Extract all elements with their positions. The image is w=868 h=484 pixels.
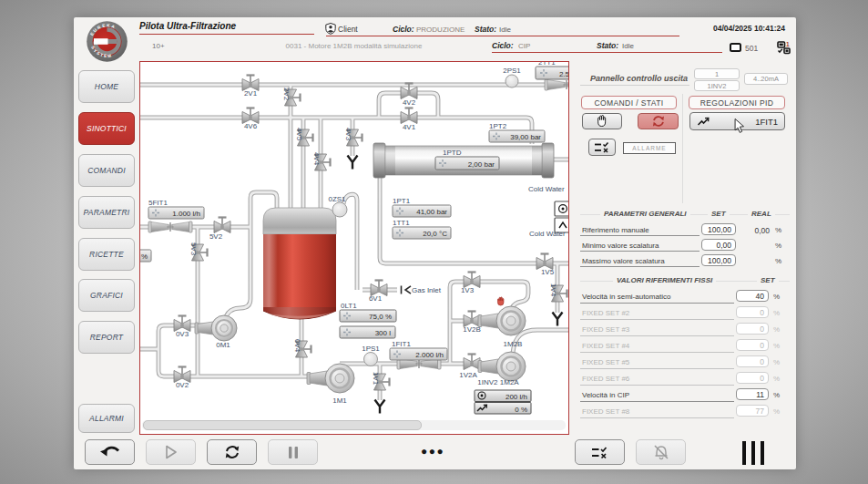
cold-water-fan-button[interactable] <box>555 201 569 216</box>
instr-2TT1-box[interactable]: 2.5 <box>536 67 569 79</box>
instr-1FIT1-label: 1FIT1 <box>392 340 411 348</box>
silence-alarm-button[interactable] <box>636 439 686 465</box>
pump-1M2B[interactable] <box>478 306 526 335</box>
sidebar-item-ricette[interactable]: RICETTE <box>78 238 135 271</box>
fixed-set-header: SET <box>757 276 779 284</box>
fixed-unit: % <box>773 375 780 383</box>
sidebar-item-report[interactable]: REPORT <box>78 321 135 354</box>
fixed-row-label: FIXED SET #6 <box>582 375 629 383</box>
fixed-row-line <box>580 401 734 402</box>
valve-4V6[interactable] <box>242 108 259 124</box>
synoptic-scrollbar-thumb[interactable] <box>143 420 422 430</box>
sidebar-item-home[interactable]: HOME <box>78 70 135 103</box>
panel-title-underline <box>580 85 689 86</box>
sensor-2PS1-label: 2PS1 <box>503 67 521 75</box>
valve-0V2[interactable] <box>174 367 190 383</box>
pump-1M1[interactable] <box>307 364 354 393</box>
valve-1V2A[interactable] <box>464 355 480 370</box>
sidebar-item-parametri[interactable]: PARAMETRI <box>78 196 135 229</box>
instr-1PT1-box[interactable]: 41,00 bar <box>393 205 451 217</box>
instr-0LT1-box[interactable]: 75,0 % <box>340 310 396 322</box>
instr-1PT2-box[interactable]: 39,00 bar <box>489 130 545 142</box>
valve-2V1[interactable] <box>242 76 259 91</box>
valve-4V5-label: 4V5 <box>295 128 303 141</box>
param-set-input[interactable]: 0,00 <box>701 239 736 251</box>
level-switch-0ZS1[interactable] <box>332 202 347 217</box>
instr-1TT1-box[interactable]: 20,0 °C <box>393 227 451 239</box>
fixed-set-input[interactable]: 77 <box>736 405 769 417</box>
sidebar-item-sinottici[interactable]: SINOTTICI <box>78 112 135 145</box>
valve-4V6-label: 4V6 <box>244 122 258 130</box>
instr-5FIT1-box[interactable]: 1.000 l/h <box>148 207 204 219</box>
instr-1FIT1-box[interactable]: 2.000 l/h <box>390 348 447 360</box>
valve-5V2[interactable] <box>214 218 230 233</box>
instr-1PTD-box[interactable]: 2,00 bar <box>435 157 499 170</box>
flow-sensor-5FIT1[interactable] <box>148 221 192 232</box>
fixed-unit: % <box>773 391 780 399</box>
fixed-set-input[interactable]: 40 <box>736 290 769 302</box>
instr-left-clipped-box[interactable]: 0 % <box>140 250 151 262</box>
client-connection-icon[interactable]: 1 <box>777 41 791 55</box>
screen-icon[interactable] <box>730 43 741 52</box>
valve-1V2B[interactable] <box>464 312 480 327</box>
manual-mode-button[interactable] <box>582 113 622 129</box>
sidebar-item-grafici[interactable]: GRAFICI <box>78 279 135 312</box>
tank[interactable] <box>263 208 336 319</box>
instr-flow-box[interactable]: 200 l/h <box>475 390 531 402</box>
fixed-set-input[interactable]: 11 <box>736 388 769 400</box>
param-row-line <box>580 235 700 236</box>
fixed-set-input[interactable]: 0 <box>736 306 769 318</box>
pump-0M1[interactable] <box>195 315 237 341</box>
interlocks-button[interactable] <box>588 139 616 156</box>
pid-loop-label: 1FIT1 <box>755 117 778 127</box>
cycle1-underline <box>399 36 679 36</box>
fixed-set-input[interactable]: 0 <box>736 372 769 384</box>
valve-5V2-label: 5V2 <box>209 232 223 241</box>
pressure-switch-1PS1[interactable] <box>364 353 378 366</box>
param-unit: % <box>775 242 781 250</box>
valve-0V3[interactable] <box>174 316 190 332</box>
cycle-button[interactable] <box>207 439 257 465</box>
fixed-set-input[interactable]: 0 <box>736 323 769 335</box>
strainer-1V4-icon <box>553 313 563 326</box>
instr-volume-box[interactable]: 300 l <box>340 326 395 338</box>
force-list-button[interactable] <box>575 439 625 465</box>
param-set-input[interactable]: 100,00 <box>701 254 736 266</box>
param-set-input[interactable]: 100,00 <box>701 223 736 235</box>
pump-0M1-label: 0M1 <box>216 341 230 349</box>
back-button[interactable] <box>85 439 135 465</box>
menu-bars-icon[interactable] <box>741 441 767 465</box>
cycle1-label: Ciclo: <box>393 25 414 34</box>
valve-1V5[interactable] <box>536 254 553 270</box>
instr-1PTD-label: 1PTD <box>443 149 462 157</box>
instr-speed-box[interactable]: 0 % <box>475 403 531 415</box>
sidebar-item-allarmi[interactable]: ALLARMI <box>78 404 135 433</box>
instr-flow-value: 200 l/h <box>505 393 527 401</box>
pause-button[interactable] <box>268 439 318 465</box>
more-button[interactable]: ●●● <box>421 445 444 458</box>
status-message: 0031 - Motore 1M2B modalità simulazione <box>220 42 488 50</box>
instr-1PT1-label: 1PT1 <box>393 197 411 205</box>
auto-mode-button[interactable] <box>638 113 679 129</box>
instr-5FIT1-value: 1.000 l/h <box>172 210 200 218</box>
fixed-set-input[interactable]: 0 <box>736 355 769 367</box>
sidebar-item-comandi[interactable]: COMANDI <box>78 154 135 187</box>
instr-1FIT1-value: 2.000 l/h <box>415 351 444 359</box>
fixed-unit: % <box>773 293 780 301</box>
pump-1M2A[interactable] <box>478 352 526 381</box>
valve-1V3[interactable] <box>464 273 480 288</box>
valve-6V1[interactable] <box>371 281 387 296</box>
fixed-row-line <box>580 385 734 386</box>
fixed-row-line <box>580 368 734 369</box>
fixed-set-input[interactable]: 0 <box>736 339 769 351</box>
valve-4V1[interactable] <box>401 108 417 124</box>
synoptic-scrollbar[interactable] <box>142 420 566 430</box>
pause-icon <box>288 446 299 459</box>
cycle1-value: PRODUZIONE <box>416 26 465 34</box>
pressure-switch-2PS1[interactable] <box>505 75 518 88</box>
client-label[interactable]: Client <box>338 25 358 34</box>
valve-4V1-label: 4V1 <box>403 123 416 131</box>
start-button[interactable] <box>146 439 196 465</box>
strainer-4V3-icon <box>348 156 358 170</box>
flow-sensor-top-right[interactable] <box>545 79 569 90</box>
